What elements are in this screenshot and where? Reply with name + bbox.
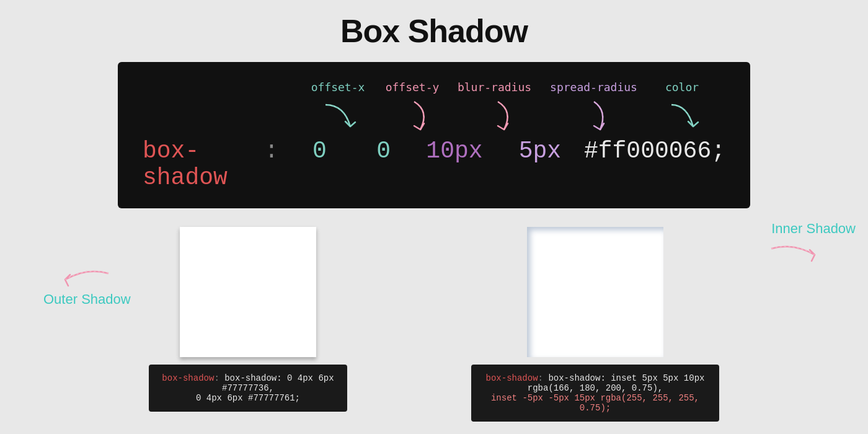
- code-colon: :: [265, 138, 279, 164]
- code-property: box-shadow: [143, 138, 265, 191]
- label-blur-radius: blur-radius: [446, 81, 542, 94]
- outer-shadow-text: Outer Shadow: [43, 291, 131, 308]
- inner-shadow-code: box-shadow: box-shadow: inset 5px 5px 10…: [471, 365, 719, 422]
- arrow-offset-y: [378, 99, 446, 135]
- code-val-offset-y: 0: [354, 138, 413, 164]
- inner-shadow-arrow: [765, 239, 821, 264]
- code-val-offset-x: 0: [285, 138, 354, 164]
- demo-inner-shadow: Inner Shadow box-shadow: box-shadow: ins…: [471, 227, 719, 422]
- demo-section: Outer Shadow box-shadow: box-shadow: 0 4…: [0, 227, 868, 422]
- outer-shadow-arrow: [59, 264, 115, 289]
- inner-shadow-box: [527, 227, 663, 357]
- arrow-color: [645, 102, 719, 135]
- page: Box Shadow offset-x offset-y blur-radius…: [0, 0, 868, 434]
- label-spread-radius: spread-radius: [542, 81, 645, 94]
- outer-shadow-code: box-shadow: box-shadow: 0 4px 6px #77777…: [149, 365, 347, 412]
- syntax-box: offset-x offset-y blur-radius spread-rad…: [118, 62, 750, 208]
- demo-outer-shadow: Outer Shadow box-shadow: box-shadow: 0 4…: [149, 227, 347, 412]
- arrow-offset-x: [298, 102, 378, 135]
- code-val-color: #ff000066;: [584, 138, 725, 164]
- page-title: Box Shadow: [0, 12, 868, 50]
- outer-shadow-label-group: Outer Shadow: [43, 264, 131, 308]
- arrow-blur-radius: [446, 99, 542, 135]
- code-val-spread: 5px: [496, 138, 584, 164]
- label-color: color: [645, 81, 719, 94]
- label-offset-x: offset-x: [298, 81, 378, 94]
- outer-shadow-box: [180, 227, 316, 357]
- inner-shadow-label-group: Inner Shadow: [765, 221, 856, 264]
- label-offset-y: offset-y: [378, 81, 446, 94]
- inner-shadow-text: Inner Shadow: [771, 221, 856, 237]
- code-val-blur: 10px: [413, 138, 496, 164]
- arrow-spread-radius: [542, 99, 645, 135]
